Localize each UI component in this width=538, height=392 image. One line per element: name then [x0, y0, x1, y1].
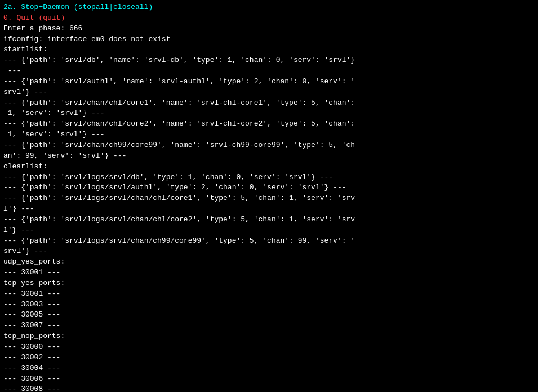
terminal-line: --- 30006 --- — [3, 374, 535, 385]
terminal-line: --- {'path': 'srvl/authl', 'name': 'srvl… — [3, 77, 535, 87]
terminal-line: --- 30002 --- — [3, 353, 535, 363]
terminal-line: --- 30000 --- — [3, 342, 535, 353]
terminal-line: --- {'path': 'srvl/chan/chl/core1', 'nam… — [3, 98, 535, 109]
terminal-line: --- {'path': 'srvl/chan/ch99/core99', 'n… — [3, 140, 535, 151]
terminal-line: --- 30001 --- — [3, 268, 535, 278]
terminal-line: 1, 'serv': 'srvl'} --- — [3, 130, 535, 140]
terminal-line: srvl'} --- — [3, 87, 535, 98]
terminal-line: --- 30003 --- — [3, 300, 535, 310]
terminal-line: Enter a phase: 666 — [3, 24, 535, 34]
terminal-line: tcp_yes_ports: — [3, 278, 535, 289]
terminal-line: tcp_nop_ports: — [3, 331, 535, 342]
terminal-line: --- 30007 --- — [3, 320, 535, 331]
terminal-line: l'} --- — [3, 204, 535, 215]
terminal-line: l'} --- — [3, 225, 535, 236]
terminal-line: --- {'path': 'srvl/logs/srvl/chan/chl/co… — [3, 215, 535, 225]
terminal-line: --- 30001 --- — [3, 289, 535, 300]
terminal-line: --- 30008 --- — [3, 384, 535, 392]
terminal-line: --- {'path': 'srvl/db', 'name': 'srvl-db… — [3, 55, 535, 66]
terminal-line: 2a. Stop+Daemon (stopall|closeall) — [3, 2, 535, 13]
terminal-line: --- {'path': 'srvl/chan/chl/core2', 'nam… — [3, 119, 535, 130]
terminal-window: 2a. Stop+Daemon (stopall|closeall)0. Qui… — [0, 0, 538, 392]
terminal-line: --- 30004 --- — [3, 363, 535, 374]
terminal-line: an': 99, 'serv': 'srvl'} --- — [3, 151, 535, 162]
terminal-line: --- — [3, 66, 535, 77]
terminal-line: --- {'path': 'srvl/logs/srvl/authl', 'ty… — [3, 182, 535, 193]
terminal-line: startlist: — [3, 44, 535, 55]
terminal-line: 1, 'serv': 'srvl'} --- — [3, 108, 535, 119]
terminal-line: ifconfig: interface em0 does not exist — [3, 34, 535, 45]
terminal-line: udp_yes_ports: — [3, 257, 535, 268]
terminal-line: 0. Quit (quit) — [3, 13, 535, 24]
terminal-line: --- {'path': 'srvl/logs/srvl/chan/chl/co… — [3, 193, 535, 204]
terminal-line: --- {'path': 'srvl/logs/srvl/chan/ch99/c… — [3, 236, 535, 247]
terminal-line: --- {'path': 'srvl/logs/srvl/db', 'type'… — [3, 172, 535, 183]
terminal-line: --- 30005 --- — [3, 310, 535, 320]
terminal-line: srvl'} --- — [3, 246, 535, 257]
terminal-line: clearlist: — [3, 162, 535, 172]
